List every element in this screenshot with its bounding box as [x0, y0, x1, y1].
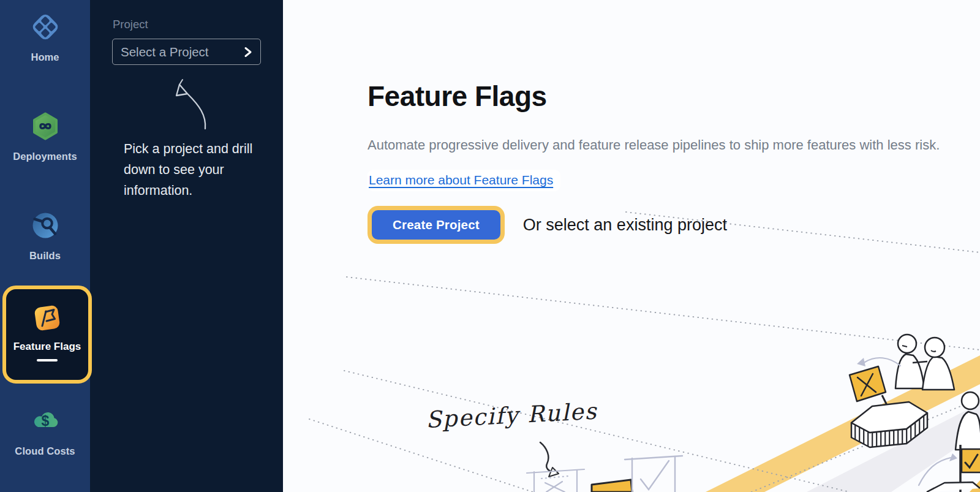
project-hint-text: Pick a project and drill down to see you… [124, 138, 257, 201]
active-indicator [37, 359, 58, 361]
sidebar-item-label: Builds [29, 250, 61, 262]
cloud-costs-icon: $ [31, 406, 60, 436]
learn-more-link[interactable]: Learn more about Feature Flags [368, 170, 560, 191]
specify-rules-label: Specify Rules [425, 398, 598, 433]
feature-flags-icon [32, 303, 62, 333]
sidebar-item-label: Deployments [13, 151, 77, 162]
or-select-text: Or select an existing project [523, 216, 727, 235]
sidebar-item-feature-flags[interactable]: Feature Flags [2, 286, 92, 384]
yellow-path-band [706, 355, 980, 492]
checkbox-x-sketch [527, 469, 584, 492]
sidebar-item-label: Home [31, 51, 59, 63]
curved-arrow-up-icon [919, 453, 957, 485]
gray-path-band [807, 403, 980, 492]
yellow-flag-sketch [592, 480, 632, 492]
sketch-down-arrow-icon [540, 442, 559, 477]
create-project-highlight-ring: Create Project [368, 206, 505, 244]
svg-text:$: $ [41, 413, 49, 429]
sidebar-item-label: Cloud Costs [15, 445, 75, 457]
deployments-icon [31, 112, 60, 141]
create-project-button[interactable]: Create Project [372, 210, 500, 240]
sidebar-item-home[interactable]: Home [0, 12, 90, 63]
sidebar-item-deployments[interactable]: Deployments [0, 112, 90, 162]
project-label: Project [113, 18, 148, 31]
dotted-guide-lines [309, 212, 980, 492]
cta-row: Create Project Or select an existing pro… [368, 206, 980, 244]
page-description: Automate progressive delivery and featur… [368, 135, 940, 155]
home-icon [31, 12, 60, 42]
curved-arrow-left-icon [857, 358, 900, 366]
app-window: Home Deployments [0, 0, 980, 492]
project-sidebar: Project Select a Project Pick a project … [90, 0, 283, 492]
sidebar-item-builds[interactable]: Builds [0, 211, 90, 262]
project-selector[interactable]: Select a Project [112, 39, 261, 65]
page-title: Feature Flags [368, 80, 980, 113]
sketch-arrow-icon [168, 77, 219, 131]
module-sidebar: Home Deployments [0, 0, 90, 492]
main-content: Specify Rules [283, 0, 980, 492]
builds-icon [31, 211, 60, 240]
chevron-right-icon [244, 46, 252, 58]
sidebar-item-cloud-costs[interactable]: $ Cloud Costs [0, 406, 90, 457]
sidebar-item-label: Feature Flags [13, 341, 81, 353]
checkbox-check-sketch [625, 456, 682, 492]
figure-check-flag-sketch [927, 392, 980, 492]
corner-yellow-wedge [970, 480, 980, 492]
figures-pair-sketch [895, 335, 954, 390]
learn-more-wrap: Learn more about Feature Flags [368, 170, 980, 191]
project-selector-value: Select a Project [121, 45, 244, 59]
hexagon-platform-x [850, 366, 927, 447]
page-content: Feature Flags Automate progressive deliv… [283, 0, 980, 244]
